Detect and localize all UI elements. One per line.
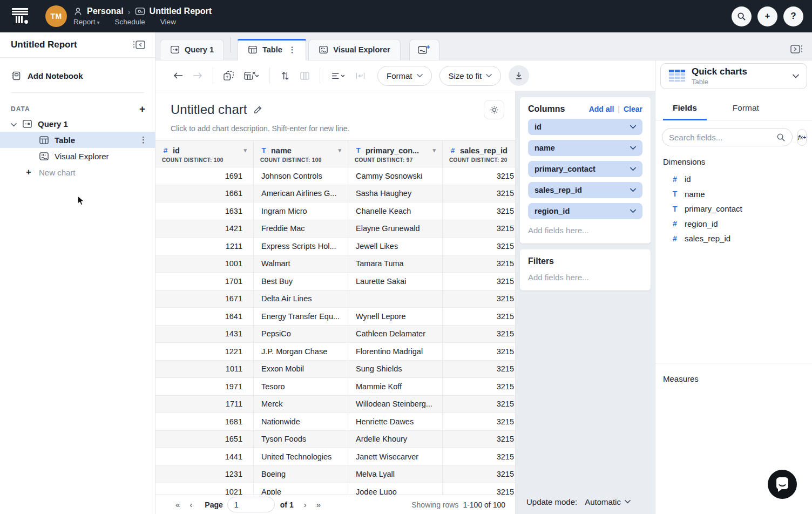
cell-name[interactable]: Nationwide xyxy=(254,413,348,430)
cell-sales_rep_id[interactable]: 3215 xyxy=(443,413,515,430)
chat-support-button[interactable] xyxy=(768,470,797,499)
chart-title[interactable]: Untitled chart xyxy=(171,102,247,117)
add-column-icon[interactable] xyxy=(219,66,238,85)
cell-primary_con...[interactable]: Sasha Haughey xyxy=(348,185,443,202)
column-pill-primary_contact[interactable]: primary_contact xyxy=(528,161,642,177)
cell-sales_rep_id[interactable]: 3215 xyxy=(443,466,515,483)
cell-id[interactable]: 1691 xyxy=(155,167,254,185)
cell-id[interactable]: 1441 xyxy=(155,448,254,465)
column-pill-id[interactable]: id xyxy=(528,119,642,135)
cell-id[interactable]: 1231 xyxy=(155,466,254,483)
page-number-input[interactable] xyxy=(227,497,275,512)
cell-sales_rep_id[interactable]: 3215 xyxy=(443,185,515,202)
add-notebook-button[interactable]: Add Notebook xyxy=(0,67,155,84)
cell-sales_rep_id[interactable]: 3215 xyxy=(443,361,515,378)
cell-sales_rep_id[interactable]: 3215 xyxy=(443,220,515,238)
cell-primary_con...[interactable]: Laurette Sakai xyxy=(348,273,443,290)
cell-name[interactable]: Ingram Micro xyxy=(254,202,348,220)
breadcrumb-workspace[interactable]: Personal xyxy=(87,6,124,16)
cell-primary_con...[interactable]: Cammy Sosnowski xyxy=(348,167,443,185)
cell-primary_con...[interactable]: Willodean Steinberg... xyxy=(348,396,443,413)
add-all-link[interactable]: Add all xyxy=(589,105,614,113)
cell-name[interactable]: American Airlines G... xyxy=(254,185,348,202)
chevron-down-icon[interactable] xyxy=(11,119,17,128)
cell-id[interactable]: 1421 xyxy=(155,220,254,238)
cell-primary_con...[interactable]: Chanelle Keach xyxy=(348,202,443,220)
cell-id[interactable]: 1671 xyxy=(155,290,254,308)
cell-id[interactable]: 1001 xyxy=(155,255,254,273)
cell-sales_rep_id[interactable]: 3215 xyxy=(443,448,515,465)
cell-name[interactable]: Boeing xyxy=(254,466,348,483)
column-header-id[interactable]: #id▾COUNT DISTINCT: 100 xyxy=(155,141,254,167)
cell-sales_rep_id[interactable]: 3215 xyxy=(443,483,515,495)
menu-report[interactable]: Report▾ xyxy=(73,18,100,26)
new-chart-tab-button[interactable] xyxy=(409,39,439,60)
cell-sales_rep_id[interactable]: 3215 xyxy=(443,238,515,255)
cell-sales_rep_id[interactable]: 3215 xyxy=(443,378,515,395)
cell-name[interactable]: PepsiCo xyxy=(254,326,348,343)
column-menu-icon[interactable]: ▾ xyxy=(432,147,436,154)
chart-settings-button[interactable] xyxy=(484,100,504,119)
column-menu-icon[interactable]: ▾ xyxy=(338,147,341,154)
cell-id[interactable]: 1701 xyxy=(155,273,254,290)
kebab-menu-icon[interactable]: ⋮ xyxy=(139,135,147,145)
cell-name[interactable]: Tesoro xyxy=(254,378,348,395)
add-data-button[interactable]: + xyxy=(139,103,145,115)
menu-view[interactable]: View xyxy=(160,18,176,26)
cell-id[interactable]: 1681 xyxy=(155,413,254,430)
cell-primary_con...[interactable]: Jewell Likes xyxy=(348,238,443,255)
cell-primary_con...[interactable]: Ardelle Khoury xyxy=(348,431,443,448)
chart-description-placeholder[interactable]: Click to add chart description. Shift-en… xyxy=(171,124,504,133)
cell-primary_con...[interactable]: Elayne Grunewald xyxy=(348,220,443,238)
format-button[interactable]: Format xyxy=(377,66,432,86)
cell-name[interactable]: Apple xyxy=(254,483,348,495)
sort-icon[interactable] xyxy=(275,66,295,85)
cell-sales_rep_id[interactable]: 3215 xyxy=(443,290,515,308)
cell-primary_con...[interactable]: Wynell Lepore xyxy=(348,308,443,325)
cell-sales_rep_id[interactable]: 3215 xyxy=(443,396,515,413)
cell-sales_rep_id[interactable]: 3215 xyxy=(443,255,515,273)
cell-name[interactable]: Energy Transfer Equ... xyxy=(254,308,348,325)
freeze-column-icon[interactable] xyxy=(295,66,314,85)
expand-panel-icon[interactable] xyxy=(789,44,803,55)
cell-sales_rep_id[interactable]: 3215 xyxy=(443,308,515,325)
clear-link[interactable]: Clear xyxy=(624,105,642,113)
field-sales_rep_id[interactable]: #sales_rep_id xyxy=(671,231,812,246)
cell-id[interactable]: 1431 xyxy=(155,326,254,343)
cell-id[interactable]: 1661 xyxy=(155,185,254,202)
cell-name[interactable]: Freddie Mac xyxy=(254,220,348,238)
menu-schedule[interactable]: Schedule xyxy=(115,18,145,26)
text-wrap-icon[interactable] xyxy=(350,66,370,85)
filters-add-fields-placeholder[interactable]: Add fields here... xyxy=(528,266,642,285)
sidebar-item-new-chart[interactable]: + New chart xyxy=(0,164,155,180)
cell-primary_con...[interactable]: Mammie Koff xyxy=(348,378,443,395)
column-header-sales_rep_id[interactable]: #sales_rep_idCOUNT DISTINCT: 20 xyxy=(443,141,515,167)
size-to-fit-button[interactable]: Size to fit xyxy=(439,66,502,86)
cell-name[interactable]: J.P. Morgan Chase xyxy=(254,343,348,360)
cell-name[interactable]: United Technologies xyxy=(254,448,348,465)
add-button[interactable]: + xyxy=(757,6,777,26)
field-primary_contact[interactable]: Tprimary_contact xyxy=(671,201,812,217)
help-button[interactable]: ? xyxy=(783,6,803,26)
columns-add-fields-placeholder[interactable]: Add fields here... xyxy=(528,219,642,238)
cell-name[interactable]: Express Scripts Hol... xyxy=(254,238,348,255)
align-icon[interactable] xyxy=(326,66,350,85)
cell-primary_con...[interactable]: Tamara Tuma xyxy=(348,255,443,273)
sidebar-item-query1[interactable]: Query 1 xyxy=(0,116,155,132)
cell-name[interactable]: Johnson Controls xyxy=(254,167,348,185)
cell-name[interactable]: Merck xyxy=(254,396,348,413)
cell-name[interactable]: Delta Air Lines xyxy=(254,290,348,308)
field-name[interactable]: Tname xyxy=(671,187,812,202)
quick-charts-selector[interactable]: Quick charts Table xyxy=(660,63,807,89)
field-id[interactable]: #id xyxy=(671,172,812,187)
tab-query1[interactable]: Query 1 xyxy=(160,39,224,60)
cell-name[interactable]: Tyson Foods xyxy=(254,431,348,448)
cell-sales_rep_id[interactable]: 3215 xyxy=(443,343,515,360)
next-page-button[interactable]: › xyxy=(299,500,312,509)
field-region_id[interactable]: #region_id xyxy=(671,217,812,232)
search-fields-input[interactable] xyxy=(669,133,776,142)
cell-name[interactable]: Walmart xyxy=(254,255,348,273)
cell-id[interactable]: 1631 xyxy=(155,202,254,220)
cell-id[interactable]: 1641 xyxy=(155,308,254,325)
cell-name[interactable]: Best Buy xyxy=(254,273,348,290)
